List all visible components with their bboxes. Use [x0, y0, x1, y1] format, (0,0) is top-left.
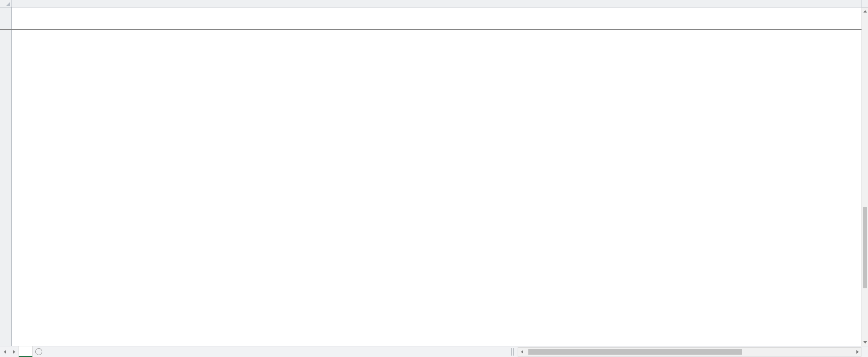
vertical-scrollbar[interactable]: [861, 7, 868, 346]
scroll-left-button[interactable]: [518, 348, 526, 356]
tab-scroll-left-button[interactable]: [0, 346, 9, 357]
new-sheet-button[interactable]: [33, 346, 45, 357]
down-arrow-icon: [863, 341, 867, 344]
right-arrow-icon: [13, 350, 15, 354]
header-scrollbar-corner: [861, 0, 868, 7]
row-header-strip: [0, 7, 12, 346]
select-all-corner[interactable]: [0, 0, 12, 7]
sheet-tab-sheet1[interactable]: [19, 346, 33, 357]
scroll-right-button[interactable]: [854, 348, 861, 356]
scroll-up-button[interactable]: [862, 7, 868, 15]
spreadsheet-window: [0, 0, 868, 357]
cells-grid: [12, 7, 861, 346]
horizontal-scrollbar[interactable]: [518, 347, 861, 357]
sheet-tab-bar: [0, 346, 868, 357]
tab-scroll-right-button[interactable]: [9, 346, 19, 357]
up-arrow-icon: [863, 10, 867, 13]
scroll-down-button[interactable]: [862, 338, 868, 346]
left-arrow-icon: [4, 350, 6, 354]
freeze-pane-divider: [0, 29, 861, 30]
horizontal-scroll-track[interactable]: [526, 348, 854, 356]
right-arrow-icon: [856, 350, 859, 354]
tab-scrollbar-splitter[interactable]: [511, 348, 514, 356]
horizontal-scroll-thumb[interactable]: [528, 349, 742, 355]
left-arrow-icon: [521, 350, 523, 354]
column-header-strip: [0, 0, 861, 7]
plus-icon: [35, 348, 42, 355]
vertical-scroll-thumb[interactable]: [863, 207, 867, 288]
